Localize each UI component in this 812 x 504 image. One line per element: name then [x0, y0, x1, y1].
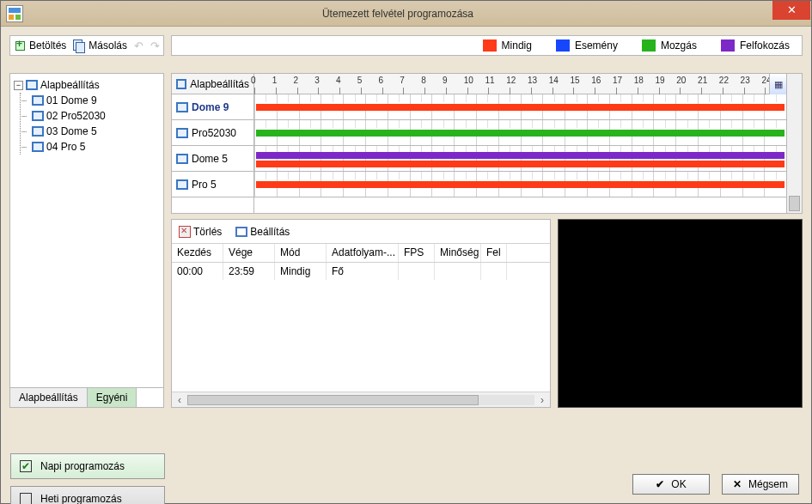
column-header[interactable]: FPS [399, 244, 435, 262]
camera-icon [176, 179, 188, 190]
camera-icon [176, 154, 188, 164]
legend-event-label: Esemény [575, 39, 618, 52]
scroll-track[interactable] [187, 395, 534, 405]
schedule-header-text: Alapbeállítás [190, 78, 249, 90]
camera-icon [176, 128, 188, 138]
tree-toolbar: Betöltés Másolás [9, 35, 164, 56]
redo-icon [150, 39, 160, 52]
legend-motion-label: Mozgás [661, 39, 697, 52]
camera-icon [32, 111, 44, 121]
copy-label: Másolás [89, 39, 127, 52]
legend-event: Esemény [556, 39, 618, 52]
daily-programming-label: Napi programozás [40, 460, 125, 472]
schedule-row-label[interactable]: Pro52030 [172, 120, 253, 146]
legend-motion-swatch [642, 39, 656, 52]
camera-icon [176, 102, 188, 112]
schedule-row[interactable] [254, 172, 786, 197]
check-icon: ✔ [656, 478, 664, 490]
column-header[interactable]: Kezdés [172, 244, 223, 262]
calendar-icon[interactable]: ▦ [769, 74, 786, 94]
copy-button[interactable]: Másolás [73, 39, 127, 52]
cancel-button[interactable]: ✕ Mégsem [722, 474, 799, 495]
column-header[interactable]: Vége [223, 244, 275, 262]
camera-icon [32, 126, 44, 137]
detail-hscroll[interactable]: ‹ › [172, 392, 550, 407]
tree-item-label: 02 Pro52030 [46, 110, 106, 122]
legend-always-swatch [483, 39, 497, 52]
column-header[interactable]: Mód [275, 244, 327, 262]
window: Ütemezett felvétel programozása ✕ Betölt… [0, 0, 812, 504]
tree-root-label: Alapbeállítás [40, 79, 100, 91]
close-button[interactable]: ✕ [772, 1, 810, 20]
detail-panel: Törlés Beállítás KezdésVégeMódAdatfolyam… [171, 219, 551, 408]
tree-item[interactable]: ┈02 Pro52030 [17, 108, 162, 124]
legend-motion: Mozgás [642, 39, 697, 52]
schedule-row-label[interactable]: Dome 5 [172, 146, 253, 172]
camera-tree[interactable]: − Alapbeállítás ┈01 Dome 9┈02 Pro52030┈0… [10, 74, 163, 387]
scroll-thumb[interactable] [187, 395, 479, 405]
schedule-grid[interactable]: ▦ [254, 74, 786, 213]
column-header[interactable]: Adatfolyam-... [327, 244, 399, 262]
schedule-bar[interactable] [256, 152, 785, 159]
weekly-programming-button[interactable]: Heti programozás [10, 486, 165, 504]
legend-always-label: Mindig [502, 39, 532, 52]
tab-custom[interactable]: Egyéni [88, 388, 137, 407]
cross-icon: ✕ [733, 478, 742, 490]
load-button[interactable]: Betöltés [14, 39, 66, 52]
load-label: Betöltés [29, 39, 66, 52]
client-area: Betöltés Másolás Mindig Esemény Mozgás F… [1, 27, 811, 503]
legend-always: Mindig [483, 39, 532, 52]
tree-item[interactable]: ┈03 Dome 5 [17, 124, 162, 139]
tree-root[interactable]: − Alapbeállítás [12, 77, 162, 93]
tree-item-label: 01 Dome 9 [46, 94, 97, 106]
schedule-row-label[interactable]: Pro 5 [172, 172, 253, 197]
checkbox-icon [20, 493, 32, 504]
scroll-right-icon[interactable]: › [534, 394, 550, 406]
legend: Mindig Esemény Mozgás Felfokozás [171, 35, 803, 56]
schedule-panel: Alapbeállítás Dome 9Pro52030Dome 5Pro 5 … [171, 73, 803, 214]
tree-item[interactable]: ┈04 Pro 5 [17, 139, 162, 155]
settings-button[interactable]: Beállítás [235, 226, 290, 238]
tab-default[interactable]: Alapbeállítás [10, 388, 88, 407]
column-header[interactable]: Fel [481, 244, 507, 262]
dialog-buttons: ✔ OK ✕ Mégsem [632, 474, 801, 495]
schedule-bar[interactable] [256, 104, 785, 111]
schedule-header-label: Alapbeállítás [172, 74, 253, 94]
legend-boost-label: Felfokozás [740, 39, 790, 52]
schedule-row-text: Pro52030 [192, 127, 236, 139]
ok-button[interactable]: ✔ OK [632, 474, 710, 495]
camera-icon [32, 142, 44, 152]
schedule-row-text: Dome 9 [192, 101, 229, 113]
tree-item[interactable]: ┈01 Dome 9 [17, 93, 162, 108]
schedule-row[interactable] [254, 146, 786, 172]
table-row[interactable]: 00:0023:59MindigFő [172, 263, 550, 280]
titlebar: Ütemezett felvétel programozása ✕ [1, 1, 811, 27]
cancel-label: Mégsem [748, 478, 788, 490]
table-cell: Fő [327, 263, 399, 280]
settings-label: Beállítás [250, 226, 290, 238]
group-icon [176, 79, 186, 89]
table-cell: Mindig [275, 263, 327, 280]
schedule-bar[interactable] [256, 181, 785, 188]
load-icon [14, 39, 27, 52]
detail-body[interactable]: 00:0023:59MindigFő [172, 263, 550, 392]
collapse-icon[interactable]: − [14, 81, 23, 90]
schedule-row-labels: Alapbeállítás Dome 9Pro52030Dome 5Pro 5 [172, 74, 254, 213]
schedule-row[interactable] [254, 120, 786, 146]
copy-icon [73, 39, 86, 52]
column-header[interactable]: Minőség [435, 244, 481, 262]
legend-boost: Felfokozás [721, 39, 790, 52]
table-cell [481, 263, 507, 280]
scroll-thumb[interactable] [789, 196, 800, 211]
delete-button[interactable]: Törlés [179, 226, 222, 238]
group-icon [26, 80, 38, 90]
scroll-left-icon[interactable]: ‹ [172, 394, 187, 406]
schedule-bar[interactable] [256, 161, 785, 167]
schedule-bar[interactable] [256, 130, 785, 137]
schedule-row[interactable] [254, 94, 786, 120]
schedule-row-label[interactable]: Dome 9 [172, 94, 253, 120]
daily-programming-button[interactable]: ✔ Napi programozás [10, 453, 165, 479]
delete-icon [179, 226, 191, 238]
schedule-vscroll[interactable] [786, 74, 802, 213]
table-cell: 00:00 [172, 263, 223, 280]
